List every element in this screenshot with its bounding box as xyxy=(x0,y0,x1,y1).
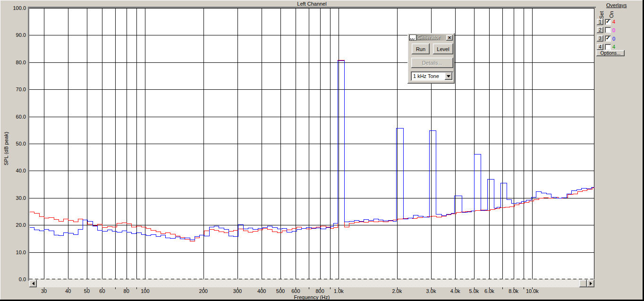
x-tick-label: 200 xyxy=(199,288,208,294)
overlay-row-3: 3✓0 xyxy=(597,35,618,42)
overlay-set-button-2[interactable]: 2 xyxy=(597,27,603,33)
y-tick-label: 20.0 xyxy=(0,222,26,228)
x-tick-label: 300 xyxy=(233,288,242,294)
overlays-col-set: Set xyxy=(599,11,605,19)
waveform-icon xyxy=(409,34,416,41)
x-tick-label: 2.0k xyxy=(392,288,402,294)
overlay-set-button-3[interactable]: 3 xyxy=(597,35,603,42)
overlay-set-button-1[interactable]: 1 xyxy=(597,19,603,25)
generator-dialog: Generator ✕ Run Level Details... 1 kHz T… xyxy=(407,33,455,84)
x-tick-label: 4.0k xyxy=(450,288,460,294)
overlay-on-checkbox-1[interactable]: ✓ xyxy=(605,19,611,25)
x-tick-label: 5.0k xyxy=(469,288,479,294)
horizontal-scrollbar[interactable] xyxy=(29,280,594,287)
y-tick-label: 30.0 xyxy=(0,195,26,201)
generator-titlebar[interactable]: Generator ✕ xyxy=(409,34,453,41)
chevron-down-icon xyxy=(447,75,450,77)
overlays-col-on: On xyxy=(609,11,615,18)
overlays-panel-title: Overlays xyxy=(606,2,627,9)
x-tick-label: 1.0k xyxy=(334,288,344,294)
x-tick-label: 30 xyxy=(41,288,47,294)
y-axis-label: SPL (dB peak) xyxy=(3,132,9,165)
x-axis-label: Frequency (Hz) xyxy=(29,294,594,301)
x-tick-label: 500 xyxy=(276,288,285,294)
close-icon[interactable]: ✕ xyxy=(446,35,453,41)
overlay-count-2: 0 xyxy=(612,27,618,33)
checkmark-icon: ✓ xyxy=(606,35,610,41)
scrollbar-left-arrow-button[interactable] xyxy=(29,280,37,287)
y-tick-label: 0.0 xyxy=(0,276,26,283)
scrollbar-right-arrow-button[interactable] xyxy=(587,280,594,287)
run-button[interactable]: Run xyxy=(412,43,430,54)
checkmark-icon: ✓ xyxy=(606,18,610,25)
spectrum-plot-svg xyxy=(29,8,594,279)
overlay-count-4: 4 xyxy=(612,44,618,50)
x-tick-label: 600 xyxy=(291,288,300,294)
overlay-count-1: 4 xyxy=(612,19,618,25)
y-tick-label: 100.0 xyxy=(0,5,26,11)
x-tick-label: 800 xyxy=(315,288,324,294)
live-trace-blue xyxy=(30,61,595,240)
overlay-count-3: 0 xyxy=(612,36,618,42)
x-tick-label: 60 xyxy=(99,288,105,294)
generator-title: Generator xyxy=(417,35,445,40)
x-tick-label: 100 xyxy=(141,288,149,294)
dropdown-button[interactable] xyxy=(445,72,452,80)
level-button[interactable]: Level xyxy=(433,43,453,54)
left-arrow-icon xyxy=(32,282,34,285)
overlay-on-checkbox-4[interactable] xyxy=(605,44,611,50)
x-tick-label: 80 xyxy=(124,288,129,294)
x-tick-label: 50 xyxy=(84,288,90,294)
x-tick-label: 10.0k xyxy=(526,288,539,294)
y-tick-label: 70.0 xyxy=(0,86,26,93)
overlay-row-4: 44 xyxy=(597,43,618,50)
signal-select-value: 1 kHz Tone xyxy=(413,73,439,79)
y-tick-label: 80.0 xyxy=(0,60,26,66)
overlay-row-2: 20 xyxy=(597,27,618,34)
x-tick-label: 400 xyxy=(257,288,266,294)
y-tick-label: 90.0 xyxy=(0,32,26,38)
signal-select-dropdown[interactable]: 1 kHz Tone xyxy=(411,71,453,81)
spectrum-plot-area xyxy=(29,8,594,279)
y-tick-label: 50.0 xyxy=(0,141,26,147)
y-tick-label: 60.0 xyxy=(0,114,26,120)
overlay-trace-red xyxy=(30,60,595,241)
options-button[interactable]: Options... xyxy=(596,50,625,56)
overlay-row-1: 1✓4 xyxy=(597,18,618,25)
x-tick-label: 3.0k xyxy=(426,288,436,294)
right-arrow-icon xyxy=(590,282,592,285)
overlay-set-button-4[interactable]: 4 xyxy=(597,44,603,50)
x-tick-label: 8.0k xyxy=(508,288,518,294)
details-button-disabled: Details... xyxy=(411,58,453,68)
y-tick-label: 40.0 xyxy=(0,168,26,174)
overlay-on-checkbox-3[interactable]: ✓ xyxy=(605,35,611,42)
y-tick-label: 10.0 xyxy=(0,249,26,256)
scrollbar-thumb[interactable] xyxy=(579,280,587,287)
x-tick-label: 40 xyxy=(65,288,71,294)
overlay-on-checkbox-2[interactable] xyxy=(605,27,611,33)
x-tick-label: 6.0k xyxy=(484,288,494,294)
app-window: Left Channel SPL (dB peak) 100.090.080.0… xyxy=(0,0,644,301)
